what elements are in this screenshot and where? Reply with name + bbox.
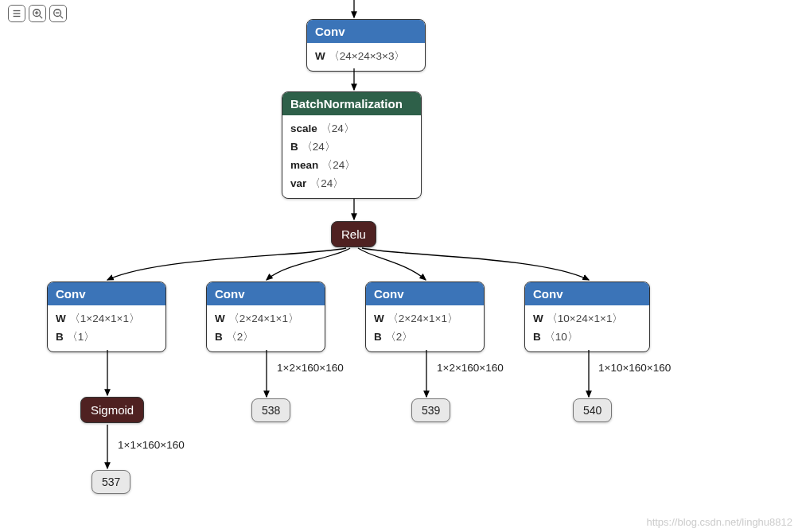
zoom-out-icon[interactable] [49,5,67,22]
node-header: Conv [207,282,325,305]
node-conv-top[interactable]: Conv W〈24×24×3×3〉 [306,19,426,72]
param-b-val: 〈10〉 [544,331,578,343]
svg-line-4 [40,16,43,19]
param-w-val: 〈24×24×3×3〉 [329,50,406,62]
param-w-val: 〈2×24×1×1〉 [387,313,458,324]
zoom-in-icon[interactable] [29,5,46,22]
param-mean-label: mean [290,159,318,171]
edge-label: 1×2×160×160 [437,362,504,374]
svg-line-8 [60,16,64,19]
node-header: BatchNormalization [282,92,421,115]
node-body: W〈24×24×3×3〉 [307,43,425,71]
param-w-label: W [315,50,325,62]
param-scale-label: scale [290,122,317,134]
node-output-540[interactable]: 540 [573,398,612,422]
node-body: W〈10×24×1×1〉 B〈10〉 [525,305,649,351]
param-b-label: B [215,331,223,343]
node-header: Conv [48,282,165,305]
node-output-539[interactable]: 539 [411,398,450,422]
param-b-val: 〈1〉 [67,331,95,343]
node-conv-branch-3[interactable]: Conv W〈2×24×1×1〉 B〈2〉 [365,282,485,352]
param-mean-val: 〈24〉 [321,159,356,171]
diagram-toolbar [8,5,67,22]
param-w-val: 〈1×24×1×1〉 [69,313,140,324]
param-w-val: 〈2×24×1×1〉 [228,313,299,324]
node-conv-branch-2[interactable]: Conv W〈2×24×1×1〉 B〈2〉 [206,282,325,352]
node-batchnorm[interactable]: BatchNormalization scale〈24〉 B〈24〉 mean〈… [282,91,422,199]
node-header: Conv [366,282,484,305]
param-scale-val: 〈24〉 [321,122,355,134]
watermark: https://blog.csdn.net/linghu8812 [646,516,792,528]
node-output-538[interactable]: 538 [251,398,290,422]
param-var-val: 〈24〉 [310,177,344,189]
edges-layer [0,0,802,532]
param-b-label: B [533,331,541,343]
node-output-537[interactable]: 537 [91,470,130,494]
list-icon[interactable] [8,5,25,22]
param-b-label: B [56,331,64,343]
node-body: W〈1×24×1×1〉 B〈1〉 [48,305,165,351]
node-body: W〈2×24×1×1〉 B〈2〉 [207,305,325,351]
param-w-label: W [56,313,66,324]
node-body: W〈2×24×1×1〉 B〈2〉 [366,305,484,351]
node-conv-branch-1[interactable]: Conv W〈1×24×1×1〉 B〈1〉 [47,282,166,352]
param-b-val: 〈2〉 [226,331,255,343]
node-header: Conv [307,20,425,43]
param-b-val: 〈2〉 [385,331,414,343]
node-sigmoid[interactable]: Sigmoid [80,397,144,423]
node-conv-branch-4[interactable]: Conv W〈10×24×1×1〉 B〈10〉 [524,282,650,352]
node-header: Conv [525,282,649,305]
param-b-val: 〈24〉 [302,141,336,153]
node-relu[interactable]: Relu [331,221,376,247]
param-w-label: W [533,313,543,324]
param-b-label: B [374,331,382,343]
param-b-label: B [290,141,298,153]
param-w-label: W [374,313,384,324]
param-var-label: var [290,177,306,189]
edge-label: 1×2×160×160 [277,362,344,374]
param-w-val: 〈10×24×1×1〉 [547,313,624,324]
edge-label: 1×10×160×160 [598,362,671,374]
node-body: scale〈24〉 B〈24〉 mean〈24〉 var〈24〉 [282,115,421,198]
edge-label: 1×1×160×160 [118,439,185,451]
param-w-label: W [215,313,225,324]
